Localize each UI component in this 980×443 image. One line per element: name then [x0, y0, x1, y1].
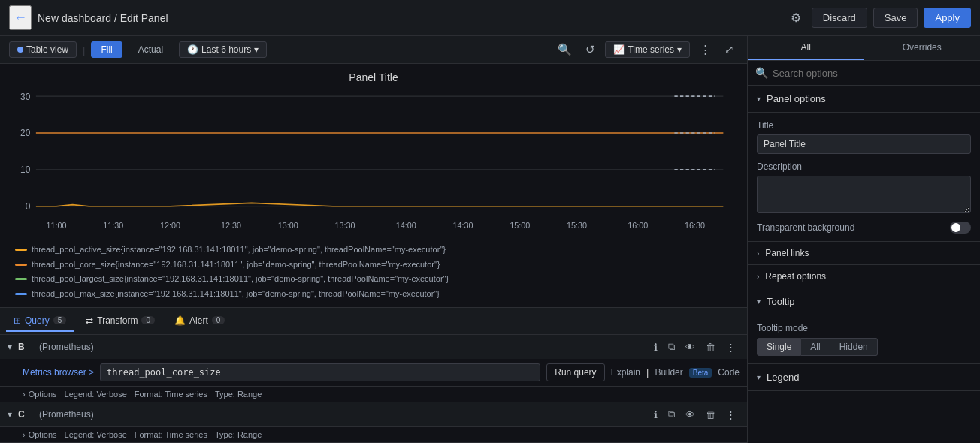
- query-tab-count: 5: [53, 316, 67, 324]
- chart-area: Table view | Fill Actual 🕐 Last 6 hours …: [0, 36, 747, 443]
- legend-label-core: thread_pool_core_size{instance="192.168.…: [32, 258, 440, 272]
- chevron-down-icon-2: ▾: [677, 44, 682, 55]
- svg-text:14:00: 14:00: [396, 221, 416, 230]
- separator-b: |: [646, 367, 649, 378]
- table-view-label: Table view: [26, 44, 68, 55]
- tooltip-mode-label: Tooltip mode: [757, 323, 971, 333]
- refresh-button[interactable]: ↺: [582, 41, 599, 59]
- repeat-options-label: Repeat options: [765, 271, 826, 282]
- svg-text:14:30: 14:30: [453, 221, 473, 230]
- legend-item-max-size: thread_pool_max_size{instance="192.168.3…: [15, 288, 732, 301]
- repeat-options-header[interactable]: › Repeat options: [748, 265, 980, 288]
- description-field-label: Description: [757, 161, 971, 172]
- query-c-more-button[interactable]: ⋮: [722, 408, 740, 422]
- query-tab-label: Query: [25, 315, 50, 326]
- code-button-b[interactable]: Code: [718, 367, 740, 378]
- panel-options-body: Title Description Transparent background: [748, 113, 980, 242]
- rpanel-tab-all[interactable]: All: [748, 36, 864, 60]
- query-c-options-toggle[interactable]: › Options: [23, 430, 57, 439]
- actual-button[interactable]: Actual: [129, 41, 173, 58]
- builder-button-b[interactable]: Builder: [655, 367, 682, 378]
- svg-text:11:00: 11:00: [46, 221, 66, 230]
- panel-links-arrow: ›: [757, 249, 759, 258]
- legend-arrow: ▾: [757, 373, 761, 381]
- tab-alert[interactable]: 🔔 Alert 0: [167, 311, 232, 332]
- transparent-bg-toggle[interactable]: [950, 222, 971, 234]
- query-row-b-header: ▾ B (Prometheus) ℹ ⧉ 👁 🗑 ⋮: [0, 335, 747, 359]
- query-c-format: Format: Time series: [135, 430, 207, 439]
- query-b-legend: Legend: Verbose: [65, 390, 127, 399]
- query-c-id: C: [18, 409, 33, 420]
- title-field-input[interactable]: [757, 134, 971, 154]
- time-series-button[interactable]: 📈 Time series ▾: [605, 41, 690, 58]
- query-b-sub-row: › Options Legend: Verbose Format: Time s…: [0, 386, 747, 402]
- rpanel-tab-overrides[interactable]: Overrides: [864, 36, 981, 60]
- svg-text:20: 20: [20, 128, 31, 138]
- expand-button[interactable]: ⤢: [721, 41, 738, 59]
- time-range-button[interactable]: 🕐 Last 6 hours ▾: [179, 41, 267, 58]
- query-b-options-toggle[interactable]: › Options: [23, 390, 57, 399]
- query-c-info-button[interactable]: ℹ: [650, 408, 661, 422]
- tooltip-mode-single[interactable]: Single: [757, 338, 801, 356]
- query-c-collapse-icon[interactable]: ▾: [8, 409, 12, 420]
- query-c-visibility-button[interactable]: 👁: [682, 408, 699, 422]
- tooltip-mode-hidden[interactable]: Hidden: [830, 338, 878, 356]
- tab-query[interactable]: ⊞ Query 5: [6, 311, 74, 332]
- panel-options-header[interactable]: ▾ Panel options: [748, 86, 980, 113]
- search-input[interactable]: [773, 68, 972, 79]
- query-tab-icon: ⊞: [14, 315, 21, 326]
- query-b-input[interactable]: [100, 363, 540, 381]
- query-b-delete-button[interactable]: 🗑: [702, 340, 719, 354]
- query-tabs-bar: ⊞ Query 5 ⇄ Transform 0 🔔 Alert 0: [0, 307, 747, 334]
- legend-label-largest: thread_pool_largest_size{instance="192.1…: [32, 273, 449, 286]
- options-scroll: ▾ Panel options Title Description Transp…: [748, 86, 980, 443]
- alert-tab-icon: 🔔: [174, 315, 186, 326]
- time-range-label: Last 6 hours: [201, 44, 251, 55]
- tooltip-mode-row: Single All Hidden: [757, 338, 971, 356]
- alert-tab-count: 0: [212, 316, 225, 324]
- apply-button[interactable]: Apply: [924, 8, 971, 28]
- metrics-browser-link-b[interactable]: Metrics browser >: [23, 367, 94, 378]
- query-c-delete-button[interactable]: 🗑: [702, 408, 719, 422]
- transparent-bg-row: Transparent background: [757, 222, 971, 234]
- settings-button[interactable]: ⚙: [786, 8, 806, 28]
- back-button[interactable]: ←: [9, 5, 32, 30]
- tab-transform[interactable]: ⇄ Transform 0: [78, 311, 162, 332]
- time-series-label: Time series: [628, 44, 674, 55]
- options-label-c: Options: [29, 430, 57, 439]
- fill-button[interactable]: Fill: [91, 41, 122, 58]
- query-b-more-button[interactable]: ⋮: [722, 340, 740, 354]
- query-b-info-button[interactable]: ℹ: [650, 340, 661, 354]
- transform-tab-label: Transform: [97, 315, 138, 326]
- query-b-actions: ℹ ⧉ 👁 🗑 ⋮: [650, 339, 740, 354]
- legend-color-max: [15, 293, 27, 295]
- table-view-toggle[interactable]: Table view: [9, 41, 77, 58]
- query-b-copy-button[interactable]: ⧉: [664, 339, 679, 354]
- legend-item-active-size: thread_pool_active_size{instance="192.16…: [15, 243, 732, 257]
- more-options-button[interactable]: ⋮: [696, 41, 715, 59]
- view-bar: Table view | Fill Actual 🕐 Last 6 hours …: [0, 36, 747, 64]
- query-b-collapse-icon[interactable]: ▾: [8, 342, 12, 352]
- tooltip-header[interactable]: ▾ Tooltip: [748, 288, 980, 315]
- query-row-b: ▾ B (Prometheus) ℹ ⧉ 👁 🗑 ⋮ Metrics brows…: [0, 335, 747, 402]
- query-c-copy-button[interactable]: ⧉: [664, 407, 679, 422]
- zoom-out-button[interactable]: 🔍: [554, 41, 576, 59]
- run-query-button-b[interactable]: Run query: [546, 363, 604, 381]
- chart-legend: thread_pool_active_size{instance="192.16…: [8, 240, 740, 305]
- tooltip-mode-all[interactable]: All: [801, 338, 830, 356]
- query-b-visibility-button[interactable]: 👁: [682, 340, 699, 354]
- panel-options-label: Panel options: [767, 93, 826, 104]
- save-button[interactable]: Save: [873, 8, 918, 28]
- chevron-right-icon-c: ›: [23, 430, 26, 439]
- explain-button-b[interactable]: Explain: [611, 367, 640, 378]
- panel-links-header[interactable]: › Panel links: [748, 242, 980, 265]
- discard-button[interactable]: Discard: [812, 8, 867, 28]
- topbar-left: ← New dashboard / Edit Panel: [9, 5, 779, 30]
- query-c-actions: ℹ ⧉ 👁 🗑 ⋮: [650, 407, 740, 422]
- query-b-type: Type: Range: [215, 390, 262, 399]
- legend-header[interactable]: ▾ Legend: [748, 364, 980, 391]
- chevron-down-icon: ▾: [254, 44, 259, 55]
- transparent-bg-label: Transparent background: [757, 222, 854, 233]
- description-field-textarea[interactable]: [757, 176, 971, 213]
- legend-color-active: [15, 249, 27, 251]
